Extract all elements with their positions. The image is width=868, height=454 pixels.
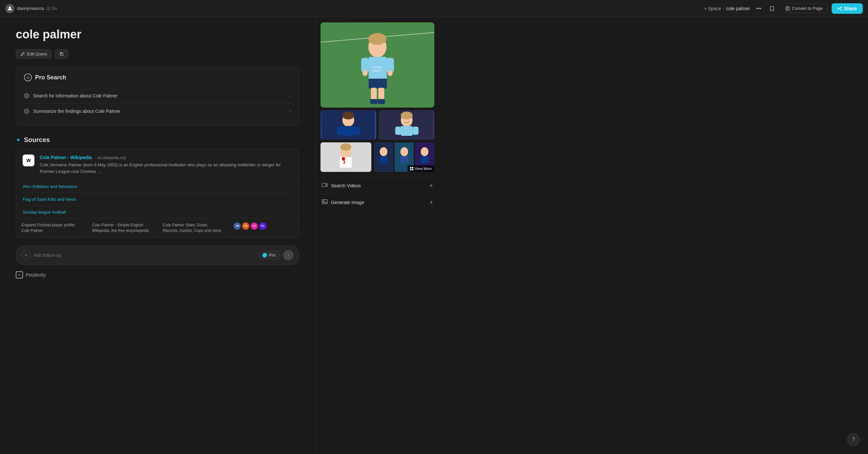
main-player-image: ETIHAD AIRWAYS: [320, 22, 434, 108]
source-card-3[interactable]: Cole Palmer Stats, Goals, Records, Assis…: [158, 218, 229, 238]
svg-point-0: [9, 6, 11, 8]
svg-point-46: [400, 147, 408, 156]
image-icon: [322, 199, 328, 206]
chevron-down-icon-2: ›: [289, 108, 291, 114]
query-actions: Edit Query: [16, 49, 299, 59]
nav-right: ••• Convert to Page Share: [754, 3, 863, 14]
sources-card: W Cole Palmer - Wikipedia · en.wikipedia…: [16, 149, 299, 238]
source-card-2[interactable]: Cole Palmer - Simple English Wikipedia, …: [87, 218, 158, 238]
convert-to-page-button[interactable]: Convert to Page: [780, 4, 828, 13]
small-image-1[interactable]: [320, 110, 376, 140]
step-left-1: Search for information about Cole Palmer: [24, 93, 118, 98]
video-icon: [322, 182, 328, 189]
svg-point-38: [340, 143, 351, 151]
page-heading: cole palmer: [16, 28, 299, 41]
svg-point-17: [363, 70, 368, 76]
svg-rect-19: [369, 79, 387, 89]
more-options-button[interactable]: •••: [754, 4, 763, 13]
breadcrumb-separator: /: [723, 6, 724, 11]
svg-rect-50: [421, 156, 428, 163]
svg-rect-54: [412, 169, 413, 170]
search-videos-row[interactable]: Search Videos +: [320, 177, 434, 194]
pro-search-header: ⊕ Pro Search: [24, 73, 291, 81]
perplexity-brand: Perplexity: [26, 272, 45, 277]
generate-image-plus-icon: +: [429, 199, 433, 206]
chevron-down-icon-1: ›: [289, 93, 291, 99]
svg-point-57: [323, 201, 324, 202]
step-left-2: Summarize the findings about Cole Palmer: [24, 109, 120, 114]
source-info: Cole Palmer - Wikipedia · en.wikipedia.o…: [40, 154, 292, 175]
current-page-title: cole palmer: [726, 6, 750, 11]
thumb-image-1[interactable]: [374, 142, 393, 172]
pro-search-step-1[interactable]: Search for information about Cole Palmer…: [24, 88, 291, 103]
send-button[interactable]: ↑: [283, 250, 293, 261]
svg-rect-28: [337, 127, 343, 135]
source-card-4: TM FB ST PL: [228, 218, 299, 238]
followup-input[interactable]: [34, 252, 255, 258]
wikipedia-link[interactable]: Cole Palmer - Wikipedia: [40, 155, 92, 160]
right-panel: ETIHAD AIRWAYS: [315, 17, 440, 454]
step-text-1: Search for information about Cole Palmer: [33, 93, 118, 98]
edit-query-button[interactable]: Edit Query: [16, 49, 52, 59]
sub-source-item-3: Sunday league football: [23, 206, 292, 218]
svg-rect-29: [354, 127, 360, 135]
svg-rect-55: [322, 183, 326, 187]
main-layout: cole palmer Edit Query ⊕ Pro Search: [0, 17, 868, 454]
small-images-row-2: 3: [320, 142, 434, 172]
svg-rect-34: [395, 127, 401, 135]
svg-rect-47: [400, 156, 408, 163]
svg-point-11: [368, 33, 387, 45]
followup-add-button[interactable]: +: [21, 251, 31, 260]
svg-rect-3: [838, 8, 839, 9]
space-link[interactable]: + Space: [704, 6, 721, 11]
help-button[interactable]: ?: [847, 433, 860, 446]
source-cards-row: England Football player profile: Cole Pa…: [16, 218, 299, 238]
step-dot-2: [24, 109, 29, 114]
sub-source-link-2[interactable]: Flag of Saint Kitts and Nevis: [23, 197, 76, 202]
sub-source-item-1: Afro–Kittitians and Nevisians: [23, 180, 292, 193]
sub-sources: Afro–Kittitians and Nevisians Flag of Sa…: [16, 180, 299, 218]
source-domain: · en.wikipedia.org: [95, 155, 126, 160]
wikipedia-favicon: W: [23, 154, 34, 166]
followup-bar: + Pro ↑: [16, 246, 299, 265]
svg-rect-2: [786, 6, 789, 10]
pro-label: Pro: [269, 252, 276, 258]
svg-point-4: [841, 7, 842, 8]
pro-search-icon: ⊕: [24, 73, 32, 81]
sub-source-link-1[interactable]: Afro–Kittitians and Nevisians: [23, 184, 77, 189]
source-card-icons: TM FB ST PL: [234, 222, 293, 230]
search-videos-label: Search Videos: [331, 183, 361, 188]
generate-image-row[interactable]: Generate Image +: [320, 194, 434, 211]
svg-rect-33: [401, 126, 412, 136]
medium-image-group: View More: [374, 142, 434, 172]
avatar: [5, 4, 14, 13]
top-navigation: dannymaiorca 2m + Space / cole palmer ••…: [0, 0, 868, 17]
svg-rect-20: [371, 88, 377, 101]
svg-rect-44: [380, 156, 388, 163]
view-more-overlay[interactable]: View More: [407, 165, 434, 172]
sources-star-icon: ✦: [16, 137, 21, 144]
small-image-2[interactable]: [379, 110, 435, 140]
share-button[interactable]: Share: [832, 3, 863, 14]
pro-search-step-2[interactable]: Summarize the findings about Cole Palmer…: [24, 103, 291, 119]
nav-left: dannymaiorca 2m: [5, 4, 700, 13]
sources-section: ✦ Sources W Cole Palmer - Wikipedia · en…: [16, 136, 299, 238]
source-header-row: Cole Palmer - Wikipedia · en.wikipedia.o…: [40, 154, 292, 160]
svg-rect-23: [378, 99, 385, 104]
bookmark-button[interactable]: [767, 4, 776, 13]
source-card-1[interactable]: England Football player profile: Cole Pa…: [16, 218, 87, 238]
pro-toggle[interactable]: Pro: [258, 251, 280, 259]
medium-image-england[interactable]: 3: [320, 142, 371, 172]
pro-toggle-dot: [262, 253, 267, 258]
copy-button[interactable]: [55, 49, 68, 59]
svg-point-32: [401, 112, 412, 119]
svg-point-43: [380, 147, 388, 156]
generate-image-left: Generate Image: [322, 199, 364, 206]
perplexity-footer: ✦ Perplexity: [16, 269, 299, 278]
icon-st: ST: [251, 222, 258, 230]
username: dannymaiorca: [17, 6, 44, 11]
svg-rect-27: [342, 126, 354, 136]
sub-source-item-2: Flag of Saint Kitts and Nevis: [23, 193, 292, 206]
sub-source-link-3[interactable]: Sunday league football: [23, 210, 66, 215]
svg-point-49: [421, 147, 428, 156]
